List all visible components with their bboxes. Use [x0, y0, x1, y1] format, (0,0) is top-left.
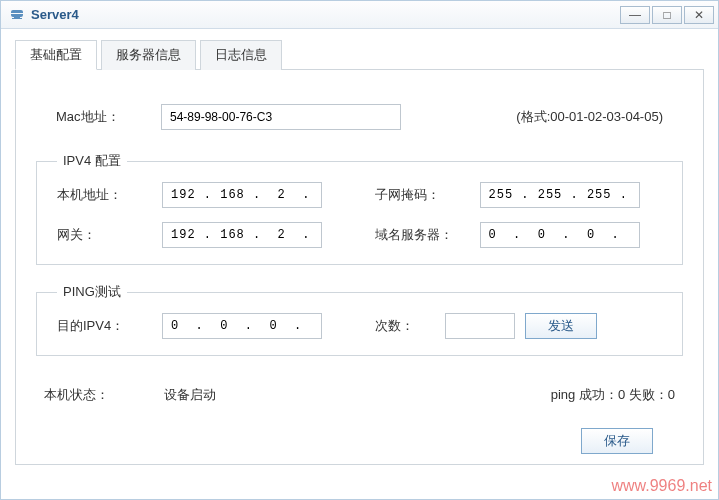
- window-controls: — □ ✕: [620, 6, 714, 24]
- dns-input[interactable]: [480, 222, 640, 248]
- status-row: 本机状态： 设备启动 ping 成功：0 失败：0: [36, 386, 683, 404]
- gateway-cell: 网关：: [57, 222, 345, 248]
- subnet-mask-label: 子网掩码：: [375, 186, 470, 204]
- close-button[interactable]: ✕: [684, 6, 714, 24]
- window-title: Server4: [31, 7, 79, 22]
- watermark: www.9969.net: [611, 477, 712, 495]
- content-area: 基础配置 服务器信息 日志信息 Mac地址： (格式:00-01-02-03-0…: [1, 29, 718, 465]
- app-icon: [9, 7, 25, 23]
- ping-count-cell: 次数： 发送: [375, 313, 663, 339]
- tab-log-info[interactable]: 日志信息: [200, 40, 282, 70]
- titlebar-left: Server4: [9, 7, 79, 23]
- subnet-mask-input[interactable]: [480, 182, 640, 208]
- minimize-button[interactable]: —: [620, 6, 650, 24]
- ipv4-fieldset: IPV4 配置 本机地址： 子网掩码： 网关： 域名服: [36, 152, 683, 265]
- local-ip-cell: 本机地址：: [57, 182, 345, 208]
- subnet-mask-cell: 子网掩码：: [375, 182, 663, 208]
- dns-cell: 域名服务器：: [375, 222, 663, 248]
- mac-input[interactable]: [161, 104, 401, 130]
- save-button[interactable]: 保存: [581, 428, 653, 454]
- gateway-label: 网关：: [57, 226, 152, 244]
- tab-bar: 基础配置 服务器信息 日志信息: [15, 39, 704, 70]
- ping-count-label: 次数：: [375, 317, 435, 335]
- mac-format-hint: (格式:00-01-02-03-04-05): [516, 108, 663, 126]
- dns-label: 域名服务器：: [375, 226, 470, 244]
- app-window: Server4 — □ ✕ 基础配置 服务器信息 日志信息 Mac地址： (格式…: [0, 0, 719, 500]
- maximize-button[interactable]: □: [652, 6, 682, 24]
- ipv4-legend: IPV4 配置: [57, 152, 127, 170]
- ping-target-input[interactable]: [162, 313, 322, 339]
- ping-grid: 目的IPV4： 次数： 发送: [57, 313, 662, 339]
- ping-stat: ping 成功：0 失败：0: [551, 386, 675, 404]
- ping-fieldset: PING测试 目的IPV4： 次数： 发送: [36, 283, 683, 356]
- mac-label: Mac地址：: [56, 108, 151, 126]
- mac-row: Mac地址： (格式:00-01-02-03-04-05): [36, 96, 683, 134]
- ping-target-cell: 目的IPV4：: [57, 313, 345, 339]
- tab-basic-config[interactable]: 基础配置: [15, 40, 97, 70]
- status-label: 本机状态：: [44, 386, 164, 404]
- send-button[interactable]: 发送: [525, 313, 597, 339]
- tab-server-info[interactable]: 服务器信息: [101, 40, 196, 70]
- titlebar: Server4 — □ ✕: [1, 1, 718, 29]
- config-panel: Mac地址： (格式:00-01-02-03-04-05) IPV4 配置 本机…: [15, 70, 704, 465]
- local-ip-input[interactable]: [162, 182, 322, 208]
- save-row: 保存: [36, 428, 683, 454]
- ping-legend: PING测试: [57, 283, 127, 301]
- ipv4-grid: 本机地址： 子网掩码： 网关： 域名服务器：: [57, 182, 662, 248]
- status-value: 设备启动: [164, 386, 216, 404]
- local-ip-label: 本机地址：: [57, 186, 152, 204]
- ping-count-input[interactable]: [445, 313, 515, 339]
- gateway-input[interactable]: [162, 222, 322, 248]
- ping-target-label: 目的IPV4：: [57, 317, 152, 335]
